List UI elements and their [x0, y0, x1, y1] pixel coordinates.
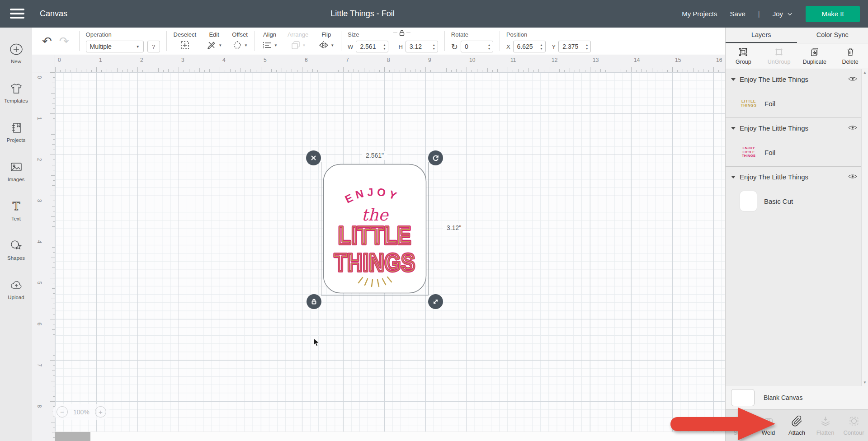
layer-actions-row: Group UnGroup Duplicate Delete: [726, 43, 868, 69]
blank-canvas-row[interactable]: Blank Canvas: [726, 386, 868, 409]
contour-button[interactable]: Contour: [840, 410, 868, 441]
deselect-button[interactable]: Deselect: [169, 28, 202, 55]
rotate-icon: [432, 154, 439, 162]
svg-text:T: T: [12, 200, 20, 213]
arrange-icon: [290, 40, 301, 51]
layer-item-row[interactable]: LITTLE THINGS Foil: [726, 89, 868, 117]
group-button[interactable]: Group: [726, 43, 761, 69]
layer-group-title: Enjoy The Little Things: [740, 124, 808, 132]
design-word-things-inline: THINGS: [334, 249, 415, 277]
design-word-little-inline: LITTLE: [338, 221, 411, 249]
user-menu[interactable]: Joy: [773, 10, 793, 18]
visibility-eye-icon[interactable]: [848, 174, 857, 179]
delete-handle[interactable]: [306, 150, 321, 165]
sidebar-item-upload[interactable]: Upload: [0, 270, 32, 309]
visibility-eye-icon[interactable]: [848, 76, 857, 82]
operation-value: Multiple: [90, 43, 136, 50]
layer-group-row[interactable]: Enjoy The Little Things: [726, 118, 868, 138]
y-label: Y: [552, 43, 556, 50]
sidebar-item-templates[interactable]: Templates: [0, 73, 32, 113]
ruler-left: 0123456789: [32, 72, 55, 441]
horizontal-scrollbar[interactable]: [55, 432, 725, 441]
rotate-icon[interactable]: ↻: [451, 42, 458, 52]
layers-scrollbar[interactable]: ▲ ▼: [861, 69, 868, 386]
collapse-triangle-icon[interactable]: [731, 78, 736, 81]
chevron-down-icon: [787, 11, 793, 17]
zoom-out-button[interactable]: −: [57, 406, 68, 418]
x-stepper[interactable]: ▲▼: [538, 43, 545, 50]
layer-group-row[interactable]: Enjoy The Little Things: [726, 167, 868, 187]
mouse-cursor: [313, 338, 321, 347]
sidebar-item-new[interactable]: New: [0, 34, 32, 73]
layer-item-row[interactable]: Basic Cut: [726, 187, 868, 215]
scroll-up-arrow-icon[interactable]: ▲: [862, 70, 868, 75]
delete-button[interactable]: Delete: [832, 43, 868, 69]
scroll-down-arrow-icon[interactable]: ▼: [862, 380, 868, 385]
sidebar-item-images[interactable]: Images: [0, 152, 32, 191]
duplicate-button[interactable]: Duplicate: [797, 43, 833, 69]
save-link[interactable]: Save: [730, 10, 745, 18]
topbar-separator: |: [758, 10, 760, 18]
width-input[interactable]: 2.561 ▲▼: [356, 41, 388, 52]
design-artwork[interactable]: ENJOY the LITTLE LITTLE THINGS THINGS: [323, 164, 427, 294]
offset-button[interactable]: Offset ▼: [227, 28, 253, 55]
make-it-button[interactable]: Make It: [806, 6, 860, 22]
y-stepper[interactable]: ▲▼: [583, 43, 590, 50]
zoom-in-button[interactable]: +: [95, 406, 106, 418]
resize-handle[interactable]: [428, 294, 443, 309]
lock-handle[interactable]: [307, 294, 321, 309]
arrange-button[interactable]: Arrange ▼: [283, 28, 313, 55]
sidebar-item-label: Shapes: [7, 255, 25, 261]
x-input[interactable]: 6.625 ▲▼: [513, 41, 546, 52]
shapes-icon: [9, 239, 23, 252]
weld-icon: [763, 415, 774, 427]
layer-group-row[interactable]: Enjoy The Little Things: [726, 69, 868, 89]
design-canvas[interactable]: 012345678910111213141516 0123456789 ENJO…: [32, 55, 725, 441]
height-input[interactable]: 3.12 ▲▼: [406, 41, 438, 52]
collapse-triangle-icon[interactable]: [731, 176, 736, 178]
canvas-grid[interactable]: ENJOY the LITTLE LITTLE THINGS THINGS: [55, 72, 725, 441]
redo-button[interactable]: ↷: [56, 35, 73, 47]
sidebar-item-label: Upload: [8, 295, 24, 300]
zoom-level: 100%: [73, 408, 90, 416]
width-stepper[interactable]: ▲▼: [381, 43, 388, 50]
slice-button[interactable]: Slice: [726, 410, 754, 441]
my-projects-link[interactable]: My Projects: [682, 10, 717, 18]
collapse-triangle-icon[interactable]: [731, 127, 736, 130]
aspect-lock-icon[interactable]: [392, 29, 412, 36]
height-stepper[interactable]: ▲▼: [430, 43, 438, 50]
weld-button[interactable]: Weld: [754, 410, 783, 441]
attach-button[interactable]: Attach: [783, 410, 811, 441]
canvas-menu-title[interactable]: Canvas: [40, 0, 67, 28]
horizontal-scrollbar-thumb[interactable]: [55, 432, 90, 441]
tab-color-sync[interactable]: Color Sync: [797, 28, 868, 43]
sidebar-item-shapes[interactable]: Shapes: [0, 230, 32, 270]
visibility-eye-icon[interactable]: [848, 125, 857, 131]
tab-layers[interactable]: Layers: [726, 28, 797, 43]
rotate-input[interactable]: 0 ▲▼: [461, 41, 493, 52]
align-button[interactable]: Align ▼: [257, 28, 283, 55]
flatten-button[interactable]: Flatten: [811, 410, 840, 441]
close-icon: [310, 154, 317, 162]
rotate-handle[interactable]: [428, 150, 443, 165]
rotate-stepper[interactable]: ▲▼: [486, 43, 493, 50]
sidebar-item-projects[interactable]: Projects: [0, 113, 32, 152]
hamburger-menu-icon[interactable]: [10, 9, 24, 19]
left-sidebar: New Templates Projects Images T Text Sha…: [0, 28, 32, 441]
undo-button[interactable]: ↶: [38, 35, 56, 47]
panel-tabbar: Layers Color Sync: [726, 28, 868, 43]
app-root: Canvas Little Things - Foil My Projects …: [0, 0, 868, 441]
edit-button[interactable]: Edit ▼: [201, 28, 227, 55]
layer-type-label: Foil: [764, 100, 775, 108]
sidebar-item-text[interactable]: T Text: [0, 191, 32, 230]
blank-canvas-thumbnail: [731, 389, 755, 406]
layer-item-row[interactable]: ENJOY LITTLE THINGS Foil: [726, 138, 868, 166]
operation-select[interactable]: Multiple ▼: [86, 41, 144, 52]
y-input[interactable]: 2.375 ▲▼: [558, 41, 591, 52]
dropdown-caret-icon: ▼: [136, 45, 140, 49]
flip-icon: [318, 40, 329, 51]
ungroup-button[interactable]: UnGroup: [761, 43, 797, 69]
flip-button[interactable]: Flip ▼: [313, 28, 339, 55]
sidebar-item-label: Templates: [4, 98, 28, 103]
operation-help-button[interactable]: ?: [147, 41, 160, 52]
